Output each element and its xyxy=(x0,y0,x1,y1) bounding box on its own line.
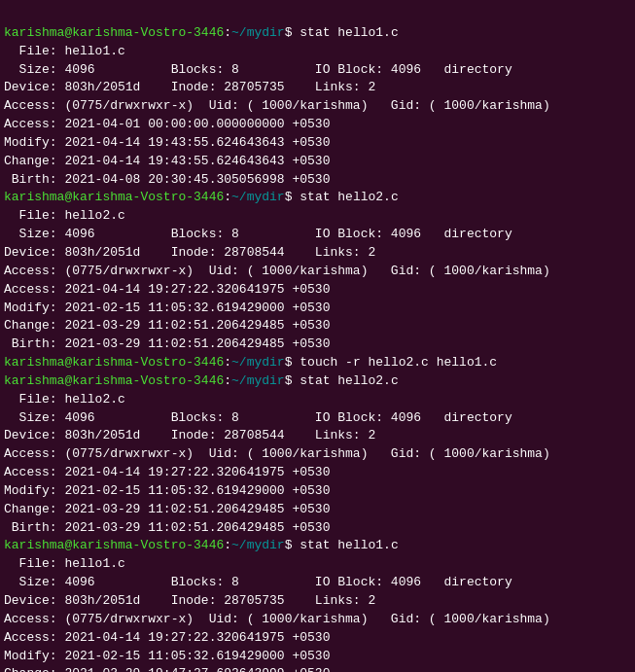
terminal-line: Access: (0775/drwxrwxr-x) Uid: ( 1000/ka… xyxy=(4,97,631,116)
terminal-line: Change: 2021-03-29 11:02:51.206429485 +0… xyxy=(4,317,631,336)
terminal-line: File: hello1.c xyxy=(4,43,631,61)
terminal-line: Size: 4096 Blocks: 8 IO Block: 4096 dire… xyxy=(4,574,631,592)
terminal-line: Birth: 2021-03-29 11:02:51.206429485 +05… xyxy=(4,336,631,354)
terminal-line: Modify: 2021-02-15 11:05:32.619429000 +0… xyxy=(4,300,631,318)
terminal-line: File: hello2.c xyxy=(4,207,631,226)
terminal-line: Change: 2021-03-29 19:47:27.692643999 +0… xyxy=(4,665,631,672)
terminal-line: Size: 4096 Blocks: 8 IO Block: 4096 dire… xyxy=(4,226,631,244)
terminal-line: Access: 2021-04-14 19:27:22.320641975 +0… xyxy=(4,281,631,300)
prompt-dir: ~/mydir xyxy=(231,373,285,388)
terminal-line: Device: 803h/2051d Inode: 28705735 Links… xyxy=(4,79,631,97)
terminal-line: Change: 2021-03-29 11:02:51.206429485 +0… xyxy=(4,501,631,519)
terminal-line: karishma@karishma-Vostro-3446:~/mydir$ t… xyxy=(4,354,631,372)
prompt-command: $ stat hello2.c xyxy=(285,190,399,204)
terminal-line: karishma@karishma-Vostro-3446:~/mydir$ s… xyxy=(4,189,631,207)
terminal-window: karishma@karishma-Vostro-3446:~/mydir$ s… xyxy=(4,6,631,672)
terminal-line: Change: 2021-04-14 19:43:55.624643643 +0… xyxy=(4,153,631,171)
terminal-line: Modify: 2021-02-15 11:05:32.619429000 +0… xyxy=(4,648,631,666)
terminal-line: Birth: 2021-04-08 20:30:45.305056998 +05… xyxy=(4,171,631,190)
prompt-dir: ~/mydir xyxy=(231,355,285,370)
prompt-command: $ stat hello1.c xyxy=(285,25,399,40)
prompt-user: karishma@karishma-Vostro-3446 xyxy=(4,373,224,388)
terminal-line: Device: 803h/2051d Inode: 28708544 Links… xyxy=(4,427,631,445)
terminal-line: File: hello1.c xyxy=(4,555,631,574)
prompt-user: karishma@karishma-Vostro-3446 xyxy=(4,25,224,40)
terminal-line: Birth: 2021-03-29 11:02:51.206429485 +05… xyxy=(4,519,631,538)
prompt-dir: ~/mydir xyxy=(231,190,285,204)
terminal-line: Access: (0775/drwxrwxr-x) Uid: ( 1000/ka… xyxy=(4,611,631,629)
prompt-user: karishma@karishma-Vostro-3446 xyxy=(4,190,224,204)
prompt-dir: ~/mydir xyxy=(231,538,285,552)
terminal-line: Device: 803h/2051d Inode: 28705735 Links… xyxy=(4,592,631,611)
terminal-line: Size: 4096 Blocks: 8 IO Block: 4096 dire… xyxy=(4,61,631,80)
terminal-line: Device: 803h/2051d Inode: 28708544 Links… xyxy=(4,244,631,263)
terminal-line: Size: 4096 Blocks: 8 IO Block: 4096 dire… xyxy=(4,409,631,428)
terminal-line: Access: (0775/drwxrwxr-x) Uid: ( 1000/ka… xyxy=(4,263,631,281)
terminal-line: karishma@karishma-Vostro-3446:~/mydir$ s… xyxy=(4,372,631,391)
terminal-line: File: hello2.c xyxy=(4,391,631,409)
terminal-line: Access: 2021-04-14 19:27:22.320641975 +0… xyxy=(4,629,631,648)
terminal-line: Access: 2021-04-01 00:00:00.000000000 +0… xyxy=(4,116,631,134)
prompt-command: $ stat hello1.c xyxy=(285,538,399,552)
terminal-line: karishma@karishma-Vostro-3446:~/mydir$ s… xyxy=(4,24,631,43)
prompt-dir: ~/mydir xyxy=(231,25,285,40)
prompt-user: karishma@karishma-Vostro-3446 xyxy=(4,538,224,552)
terminal-line: Modify: 2021-02-15 11:05:32.619429000 +0… xyxy=(4,482,631,501)
terminal-line: Modify: 2021-04-14 19:43:55.624643643 +0… xyxy=(4,134,631,153)
terminal-line: Access: 2021-04-14 19:27:22.320641975 +0… xyxy=(4,464,631,482)
prompt-user: karishma@karishma-Vostro-3446 xyxy=(4,355,224,370)
prompt-command: $ touch -r hello2.c hello1.c xyxy=(285,355,497,370)
prompt-command: $ stat hello2.c xyxy=(285,373,399,388)
terminal-line: Access: (0775/drwxrwxr-x) Uid: ( 1000/ka… xyxy=(4,445,631,464)
terminal-line: karishma@karishma-Vostro-3446:~/mydir$ s… xyxy=(4,537,631,555)
